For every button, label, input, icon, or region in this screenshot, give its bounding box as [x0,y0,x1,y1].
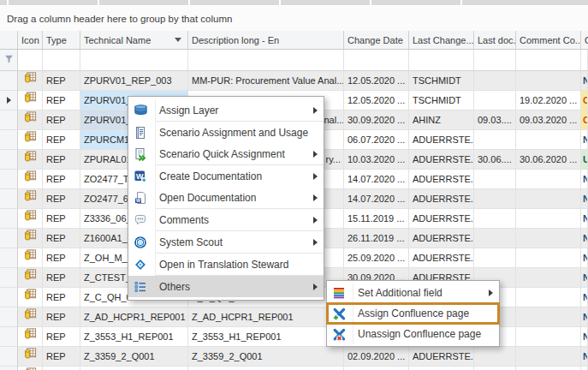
submenu-item-set-additional-field[interactable]: Set Additional field [327,283,499,303]
comment-cell[interactable] [516,367,581,370]
row-icon-cell[interactable] [18,307,43,327]
row-icon-cell[interactable] [18,150,43,170]
last_doc-cell[interactable] [474,71,516,91]
menu-item-others[interactable]: Others [128,276,324,297]
type-cell[interactable]: REP [43,288,80,307]
last_doc-cell[interactable] [474,367,516,370]
comment-cell[interactable] [516,229,581,248]
last_changed-cell[interactable]: ADUERRSTE... [409,189,474,209]
menu-item-open-documentation[interactable]: WOpen Documentation [128,187,324,208]
row-icon-cell[interactable] [18,189,43,209]
change_date-cell[interactable]: 10.03.2020 ... [344,150,409,170]
menu-item-create-documentation[interactable]: WCreate Documentation [128,165,324,187]
change_date-cell[interactable]: 12.05.2020 ... [344,71,409,91]
type-cell[interactable]: REP [43,268,80,288]
change_date-cell[interactable]: 30.09.2020 ... [344,110,409,130]
last_doc-cell[interactable] [474,209,516,229]
desc-cell[interactable]: Z_3553_H1_REP001 [188,327,344,347]
row-indicator-cell[interactable] [0,229,18,248]
table-row[interactable]: REPZ_3359_2_Q001Z_3359_2_Q00102.09.2020 … [0,347,588,367]
tech-cell[interactable] [80,367,188,370]
last_doc-cell[interactable] [474,347,516,367]
row-icon-cell[interactable] [18,209,43,229]
row-indicator-cell[interactable] [0,248,18,268]
comment-cell[interactable] [516,209,581,229]
row-indicator-cell[interactable] [0,209,18,229]
status-cell[interactable] [581,367,588,370]
last_changed-cell[interactable]: ADUERRSTE... [409,229,474,248]
comment-cell[interactable]: 19.02.2020 ... [516,91,581,110]
last_doc-cell[interactable] [474,248,516,268]
status-cell[interactable]: N [581,268,588,288]
change_date-cell[interactable]: 15.11.2019 ... [344,209,409,229]
filter-cell-change_date[interactable] [344,50,409,71]
row-indicator-cell[interactable] [0,91,18,110]
status-cell[interactable]: N [581,248,588,268]
comment-cell[interactable] [516,130,581,150]
type-cell[interactable]: REP [43,248,80,268]
tech-cell[interactable]: Z_AD_HCPR1_REP001 [80,307,188,327]
change_date-cell[interactable]: 12.05.2020 ... [344,91,409,110]
row-icon-cell[interactable] [18,367,43,370]
row-indicator-cell[interactable] [0,288,18,307]
desc-cell[interactable]: MM-PUR: Procurement Value Anal... [188,71,344,91]
last_changed-cell[interactable]: ADUERRSTE... [409,150,474,170]
group-by-panel[interactable]: Drag a column header here to group by th… [0,6,588,32]
change_date-cell[interactable] [344,367,409,370]
row-indicator-cell[interactable] [0,307,18,327]
table-row[interactable]: REPZPURV01_REP_003MM-PUR: Procurement Va… [0,71,588,91]
type-cell[interactable]: REP [43,327,80,347]
last_changed-cell[interactable]: ADUERRSTE... [409,248,474,268]
menu-item-scenario-assignment-and-usage[interactable]: Scenario Assignment and Usage [128,122,324,143]
comment-cell[interactable] [516,288,581,307]
filter-cell-type[interactable] [43,50,80,71]
last_doc-cell[interactable] [474,189,516,209]
status-cell[interactable]: N [581,130,588,150]
menu-item-open-in-translation-steward[interactable]: Open in Translation Steward [128,254,324,275]
comment-cell[interactable] [516,347,581,367]
comment-cell[interactable] [516,327,581,347]
column-header-type[interactable]: Type [43,31,80,50]
comment-cell[interactable] [516,307,581,327]
type-cell[interactable]: REP [43,91,80,110]
row-icon-cell[interactable] [18,110,43,130]
type-cell[interactable]: REP [43,209,80,229]
row-icon-cell[interactable] [18,229,43,248]
comment-cell[interactable]: 09.03.2020 ... [516,110,581,130]
submenu-item-assign-confluence-page[interactable]: Assign Confluence page [327,303,499,324]
row-indicator-cell[interactable] [0,347,18,367]
menu-item-scenario-quick-assignment[interactable]: Scenario Quick Assignment [128,143,324,164]
row-icon-cell[interactable] [18,268,43,288]
row-icon-cell[interactable] [18,347,43,367]
comment-cell[interactable] [516,248,581,268]
status-cell[interactable]: N [581,307,588,327]
type-cell[interactable]: REP [43,150,80,170]
desc-cell[interactable]: Z_3359_2_Q001 [188,347,344,367]
last_doc-cell[interactable]: 30.06.... [474,150,516,170]
column-header-comment[interactable]: Comment Co... [516,31,581,50]
row-indicator-cell[interactable] [0,130,18,150]
type-cell[interactable]: REP [43,367,80,370]
comment-cell[interactable]: 30.06.2020 ... [516,150,581,170]
change_date-cell[interactable]: 14.07.2020 ... [344,170,409,189]
filter-cell-comment[interactable] [516,50,581,71]
comment-cell[interactable] [516,71,581,91]
change_date-cell[interactable]: 02.09.2020 ... [344,347,409,367]
filter-cell-tech[interactable] [80,50,188,71]
status-cell[interactable]: N [581,347,588,367]
type-cell[interactable]: REP [43,229,80,248]
column-header-icon[interactable]: Icon [18,31,43,50]
last_changed-cell[interactable]: ADUERRSTE... [409,170,474,189]
row-indicator-cell[interactable] [0,150,18,170]
row-icon-cell[interactable] [18,71,43,91]
change_date-cell[interactable]: 14.07.2020 ... [344,189,409,209]
menu-item-comments[interactable]: Comments [128,209,324,230]
comment-cell[interactable] [516,268,581,288]
last_changed-cell[interactable]: AHINZ [409,110,474,130]
row-icon-cell[interactable] [18,130,43,150]
status-cell[interactable]: N [581,288,588,307]
column-header-change_date[interactable]: Change Date [344,31,409,50]
last_changed-cell[interactable]: ADUERRSTE... [409,347,474,367]
type-cell[interactable]: REP [43,110,80,130]
change_date-cell[interactable]: 26.11.2019 ... [344,229,409,248]
